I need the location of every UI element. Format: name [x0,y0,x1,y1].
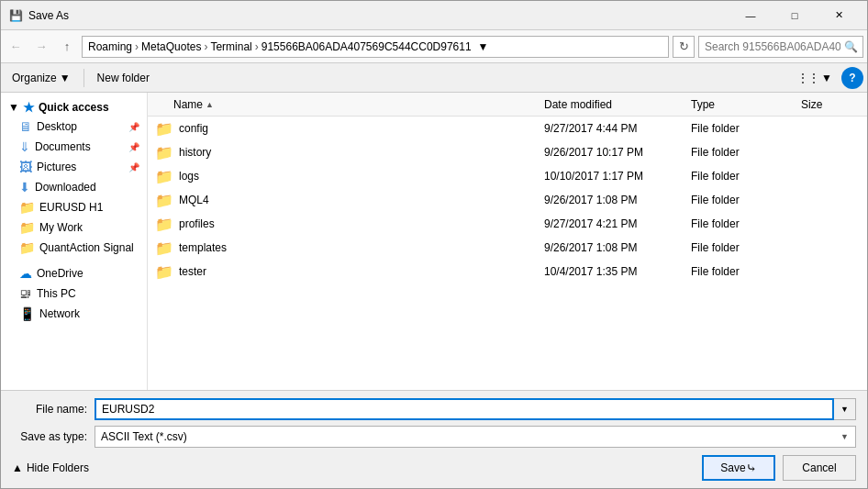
cancel-label: Cancel [802,461,836,474]
up-button[interactable]: ↑ [56,36,78,58]
table-row[interactable]: 📁 history 9/26/2017 10:17 PM File folder [148,140,867,164]
pictures-icon: 🖼 [19,160,32,174]
breadcrumb-dropdown[interactable]: ▼ [475,39,492,54]
saveastype-select[interactable]: ASCII Text (*.csv) [95,426,856,448]
col-header-modified[interactable]: Date modified [537,98,684,111]
documents-label: Documents [35,140,91,153]
organize-button[interactable]: Organize ▼ [5,67,78,89]
quantaction-label: QuantAction Signal [39,241,134,254]
file-name: logs [179,170,199,183]
main-content: ▼ ★ Quick access 🖥 Desktop 📌 ⇓ Documents… [1,93,867,390]
table-row[interactable]: 📁 config 9/27/2017 4:44 PM File folder [148,117,867,140]
action-row: ▲ Hide Folders Save ⤷ Cancel [12,453,856,481]
table-row[interactable]: 📁 profiles 9/27/2017 4:21 PM File folder [148,212,867,236]
file-modified: 9/26/2017 10:17 PM [537,146,684,159]
file-type: File folder [684,170,794,183]
desktop-label: Desktop [37,120,77,133]
hide-folders-chevron: ▲ [12,461,23,474]
mywork-label: My Work [39,221,83,234]
sidebar-item-thispc[interactable]: 🖳 This PC [1,283,147,304]
mywork-icon: 📁 [19,220,35,235]
toolbar: Organize ▼ New folder ⋮⋮ ▼ ? [1,63,867,93]
new-folder-button[interactable]: New folder [90,67,157,89]
sidebar-item-eurusd[interactable]: 📁 EURUSD H1 [1,197,147,217]
view-button[interactable]: ⋮⋮ ▼ [792,67,838,89]
quick-access-icon: ★ [23,100,35,115]
col-header-size[interactable]: Size [794,98,867,111]
pictures-label: Pictures [37,161,76,173]
quick-access-collapse: ▼ [8,101,19,114]
back-button[interactable]: ← [5,36,27,58]
pictures-pin: 📌 [128,162,139,172]
thispc-label: This PC [37,287,76,300]
sidebar-item-downloaded[interactable]: ⬇ Downloaded [1,177,147,197]
eurusd-icon: 📁 [19,200,35,215]
organize-chevron: ▼ [60,72,71,84]
filename-label: File name: [12,403,95,416]
network-label: Network [39,307,80,320]
file-type: File folder [684,265,794,278]
window-controls: — □ ✕ [729,2,860,29]
col-header-type[interactable]: Type [684,98,794,111]
save-label: Save [720,461,745,474]
file-name-cell: 📁 templates [148,239,537,257]
app-icon: 💾 [8,8,23,23]
quick-access-label: Quick access [39,101,109,114]
sidebar-item-desktop[interactable]: 🖥 Desktop 📌 [1,117,147,137]
file-name: history [179,146,211,159]
quick-access-section[interactable]: ▼ ★ Quick access [1,96,147,117]
eurusd-label: EURUSD H1 [39,201,103,214]
sidebar-item-network[interactable]: 📱 Network [1,304,147,324]
file-name-cell: 📁 config [148,120,537,138]
file-modified: 9/27/2017 4:44 PM [537,122,684,135]
file-list: Name ▲ Date modified Type Size 📁 confi [148,93,867,390]
folder-icon: 📁 [155,120,173,138]
breadcrumb-bar[interactable]: Roaming › MetaQuotes › Terminal › 915566… [82,36,669,58]
file-rows-container: 📁 config 9/27/2017 4:44 PM File folder 📁… [148,117,867,283]
new-folder-label: New folder [97,72,150,84]
file-type: File folder [684,122,794,135]
maximize-button[interactable]: □ [773,2,816,29]
folder-icon: 📁 [155,192,173,209]
table-row[interactable]: 📁 logs 10/10/2017 1:17 PM File folder [148,164,867,188]
file-type: File folder [684,146,794,159]
refresh-button[interactable]: ↻ [673,36,695,58]
col-header-name[interactable]: Name ▲ [148,98,537,111]
file-name-cell: 📁 logs [148,168,537,185]
sidebar-item-documents[interactable]: ⇓ Documents 📌 [1,137,147,157]
network-icon: 📱 [19,306,35,321]
thispc-icon: 🖳 [19,286,32,301]
filename-row: File name: ▼ [12,398,856,420]
search-input[interactable] [698,36,863,58]
filename-input[interactable] [95,398,834,420]
breadcrumb-roaming: Roaming [88,40,132,53]
minimize-button[interactable]: — [729,2,772,29]
sidebar-item-onedrive[interactable]: ☁ OneDrive [1,263,147,283]
sidebar-item-quantaction[interactable]: 📁 QuantAction Signal [1,238,147,258]
sort-arrow: ▲ [206,100,214,109]
sidebar-item-mywork[interactable]: 📁 My Work [1,217,147,238]
table-row[interactable]: 📁 tester 10/4/2017 1:35 PM File folder [148,260,867,283]
saveastype-row: Save as type: ASCII Text (*.csv) [12,426,856,448]
table-row[interactable]: 📁 MQL4 9/26/2017 1:08 PM File folder [148,188,867,212]
bottom-bar: File name: ▼ Save as type: ASCII Text (*… [1,390,867,488]
hide-folders-label: Hide Folders [27,461,89,474]
dialog-title: Save As [28,9,729,22]
onedrive-icon: ☁ [19,266,32,281]
save-button[interactable]: Save ⤷ [702,455,775,481]
table-row[interactable]: 📁 templates 9/26/2017 1:08 PM File folde… [148,236,867,260]
forward-button[interactable]: → [30,36,52,58]
sidebar-item-pictures[interactable]: 🖼 Pictures 📌 [1,157,147,177]
breadcrumb-metaquotes: MetaQuotes [141,40,201,53]
file-name: templates [179,241,227,254]
file-modified: 10/4/2017 1:35 PM [537,265,684,278]
close-button[interactable]: ✕ [818,2,860,29]
breadcrumb-folder: 915566BA06ADA407569C544CC0D97611 [262,40,472,53]
cancel-button[interactable]: Cancel [783,455,856,481]
onedrive-label: OneDrive [37,267,83,280]
file-name-cell: 📁 profiles [148,216,537,233]
help-button[interactable]: ? [841,67,863,89]
filename-dropdown-btn[interactable]: ▼ [834,398,856,420]
hide-folders-button[interactable]: ▲ Hide Folders [12,461,89,474]
saveastype-label: Save as type: [12,430,95,443]
